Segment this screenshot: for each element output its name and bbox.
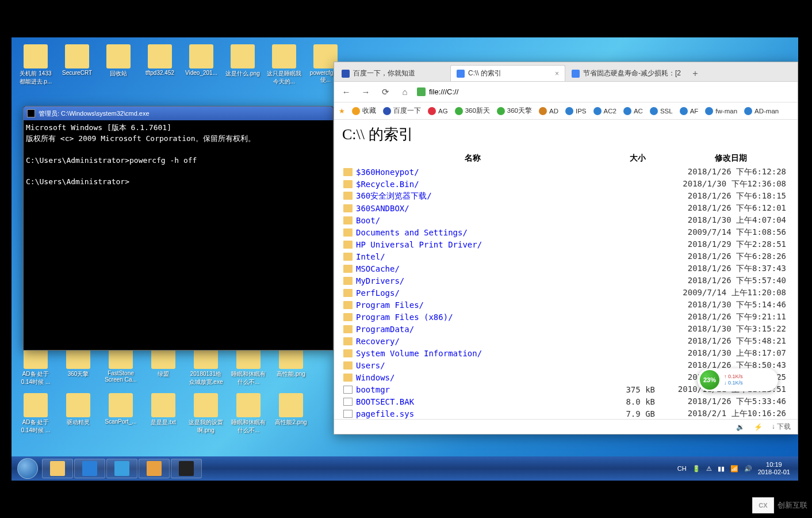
bookmark-item[interactable]: 收藏 <box>352 106 376 115</box>
usage-ball[interactable]: 23% <box>700 370 719 390</box>
cmd-titlebar[interactable]: 管理员: C:\Windows\system32\cmd.exe <box>24 106 333 120</box>
desktop-icon[interactable]: 绿盟 <box>146 345 181 386</box>
file-row[interactable]: PerfLogs/2009/7/14 上午11:20:08 <box>343 287 788 298</box>
browser-tab[interactable]: 百度一下，你就知道 <box>335 65 450 81</box>
desktop[interactable]: 关机前 1433都能进去.p...SecureCRT回收站tftpd32.452… <box>12 37 798 481</box>
desktop-icon[interactable]: 360天擎 <box>61 345 95 386</box>
bolt-icon[interactable]: ⚡ <box>754 423 763 431</box>
file-row[interactable]: MyDrivers/2018/1/26 下午5:57:40 <box>343 275 788 286</box>
bookmark-item[interactable]: AC2 <box>593 107 616 115</box>
file-row[interactable]: HP Universal Print Driver/2018/1/29 下午2:… <box>343 239 788 250</box>
system-tray[interactable]: CH 🔋 ⚠ ▮▮ 📶 🔊 10:19 2018-02-01 <box>677 461 796 476</box>
bookmark-icon <box>352 107 360 115</box>
bookmark-item[interactable]: 360天擎 <box>497 106 532 115</box>
bookmark-item[interactable]: SSL <box>650 107 673 115</box>
bookmark-icon <box>593 107 602 115</box>
desktop-icon[interactable]: FastStone Screen Ca... <box>104 345 138 386</box>
desktop-icon[interactable]: SecureCRT <box>60 44 94 86</box>
browser-statusbar: 🔉 ⚡ ↓ 下载 <box>334 419 798 434</box>
folder-icon <box>343 180 353 188</box>
file-row[interactable]: Recovery/2018/1/26 下午5:48:21 <box>343 336 788 346</box>
bookmark-item[interactable]: 百度一下 <box>383 106 421 115</box>
desktop-icon[interactable]: 20180131给众城放宽.exe <box>189 345 223 386</box>
file-row[interactable]: $Recycle.Bin/2018/1/30 下午12:36:08 <box>343 178 788 189</box>
network-icon[interactable]: 📶 <box>730 465 738 473</box>
desktop-icon[interactable]: 回收站 <box>101 44 136 86</box>
close-icon[interactable]: × <box>555 70 559 78</box>
tray-icon[interactable]: 🔋 <box>692 465 700 473</box>
file-row[interactable]: MSOCache/2018/1/26 下午8:37:43 <box>343 263 788 274</box>
taskbar[interactable]: CH 🔋 ⚠ ▮▮ 📶 🔊 10:19 2018-02-01 <box>12 456 798 481</box>
browser-tab[interactable]: C:\\ 的索引× <box>450 65 565 81</box>
clock[interactable]: 10:19 2018-02-01 <box>758 461 792 476</box>
bookmark-item[interactable]: AC <box>623 107 643 115</box>
favicon-icon <box>572 70 580 78</box>
favicon-icon <box>457 70 465 78</box>
bookmark-item[interactable]: AD-man <box>744 107 779 115</box>
file-row[interactable]: Program Files/2018/1/30 下午5:14:46 <box>343 299 788 310</box>
desktop-icon[interactable]: 这是我的设置啊.png <box>189 393 223 435</box>
bookmark-item[interactable]: fw-man <box>705 107 737 115</box>
desktop-icon[interactable]: 这是什么.png <box>225 44 260 86</box>
file-row[interactable]: 360安全浏览器下载/2018/1/26 下午6:18:15 <box>343 191 788 201</box>
taskbar-app-explorer[interactable] <box>42 459 73 478</box>
bookmarks-bar: ★ 收藏百度一下AG360新天360天擎ADIPSAC2ACSSLAFfw-ma… <box>334 102 798 120</box>
reload-button[interactable]: ⟳ <box>378 85 393 100</box>
bookmark-item[interactable]: 360新天 <box>455 106 490 115</box>
file-icon <box>343 410 353 418</box>
lang-indicator[interactable]: CH <box>677 465 687 472</box>
desktop-icon[interactable]: 是是是.txt <box>146 393 181 435</box>
desktop-icon[interactable]: tftpd32.452 <box>143 44 177 86</box>
desktop-icon[interactable]: Video_201... <box>184 44 219 86</box>
taskbar-app-xunlei[interactable] <box>74 459 105 478</box>
browser-tab[interactable]: 节省固态硬盘寿命-减少损耗：[2 <box>565 65 687 81</box>
volume-icon[interactable]: 🔊 <box>744 465 752 473</box>
taskbar-app-paint[interactable] <box>139 459 170 478</box>
desktop-icon[interactable]: 驱动精灵 <box>61 393 95 435</box>
file-row[interactable]: BOOTSECT.BAK8.0 kB2018/1/26 下午5:33:46 <box>343 396 788 407</box>
desktop-icon[interactable]: 关机前 1433都能进去.p... <box>18 44 53 86</box>
file-row[interactable]: Documents and Settings/2009/7/14 下午1:08:… <box>343 227 788 238</box>
sound-icon[interactable]: 🔉 <box>736 423 745 431</box>
bookmark-item[interactable]: AD <box>539 107 558 115</box>
file-row[interactable]: ProgramData/2018/1/30 下午3:15:22 <box>343 323 788 334</box>
file-row[interactable]: 360SANDBOX/2018/1/26 下午6:12:01 <box>343 203 788 214</box>
desktop-icon[interactable]: 睡眠和休眠有什么不... <box>231 345 266 386</box>
address-bar[interactable]: file:///C:// <box>417 87 793 96</box>
desktop-icon[interactable]: 这只是睡眠我今天的... <box>267 44 301 86</box>
desktop-icon[interactable]: AD备 处于0.14时候 ... <box>18 345 53 386</box>
taskbar-app-cmd[interactable] <box>171 459 202 478</box>
start-button[interactable] <box>14 458 41 479</box>
file-row[interactable]: Boot/2018/1/30 上午4:07:04 <box>343 215 788 226</box>
bookmark-item[interactable]: AF <box>680 107 699 115</box>
bookmark-item[interactable]: AG <box>428 107 448 115</box>
folder-icon <box>343 228 353 237</box>
desktop-icon[interactable]: AD备 处于0.14时候 ... <box>18 393 53 435</box>
bookmark-star[interactable]: ★ <box>339 107 345 115</box>
file-row[interactable]: Intel/2018/1/26 下午6:28:26 <box>343 251 788 262</box>
tray-icon[interactable]: ▮▮ <box>718 465 725 473</box>
file-row[interactable]: System Volume Information/2018/1/30 上午8:… <box>343 348 788 359</box>
home-button[interactable]: ⌂ <box>397 85 412 100</box>
folder-icon <box>343 301 353 309</box>
new-tab-button[interactable]: + <box>687 66 703 81</box>
file-row[interactable]: Program Files (x86)/2018/1/26 下午9:21:11 <box>343 311 788 322</box>
tray-icon[interactable]: ⚠ <box>706 465 712 473</box>
cmd-window[interactable]: 管理员: C:\Windows\system32\cmd.exe Microso… <box>23 106 334 351</box>
desktop-icon[interactable]: ScanPort_... <box>104 393 138 435</box>
desktop-icon[interactable]: 高性能.png <box>274 345 308 386</box>
taskbar-app-ie[interactable] <box>106 459 137 478</box>
download-button[interactable]: ↓ 下载 <box>772 422 791 432</box>
desktop-icon[interactable]: 睡眠和休眠有什么不... <box>231 393 266 435</box>
folder-icon <box>343 289 353 297</box>
desktop-icon[interactable]: 高性能2.png <box>274 393 308 435</box>
file-row[interactable]: $360Honeypot/2018/1/26 下午6:12:28 <box>343 166 788 177</box>
cmd-body[interactable]: Microsoft Windows [版本 6.1.7601] 版权所有 <c>… <box>24 120 333 190</box>
network-monitor-widget[interactable]: 23% ↑ 0.1K/s ↓ 0.1K/s <box>698 368 778 391</box>
file-row[interactable]: pagefile.sys7.9 GB2018/2/1 上午10:16:26 <box>343 408 788 419</box>
cmd-title-text: 管理员: C:\Windows\system32\cmd.exe <box>39 109 150 118</box>
forward-button[interactable]: → <box>358 85 373 100</box>
back-button[interactable]: ← <box>339 85 354 100</box>
bookmark-item[interactable]: IPS <box>565 107 587 115</box>
tab-strip: 百度一下，你就知道C:\\ 的索引×节省固态硬盘寿命-减少损耗：[2+ <box>334 62 798 82</box>
